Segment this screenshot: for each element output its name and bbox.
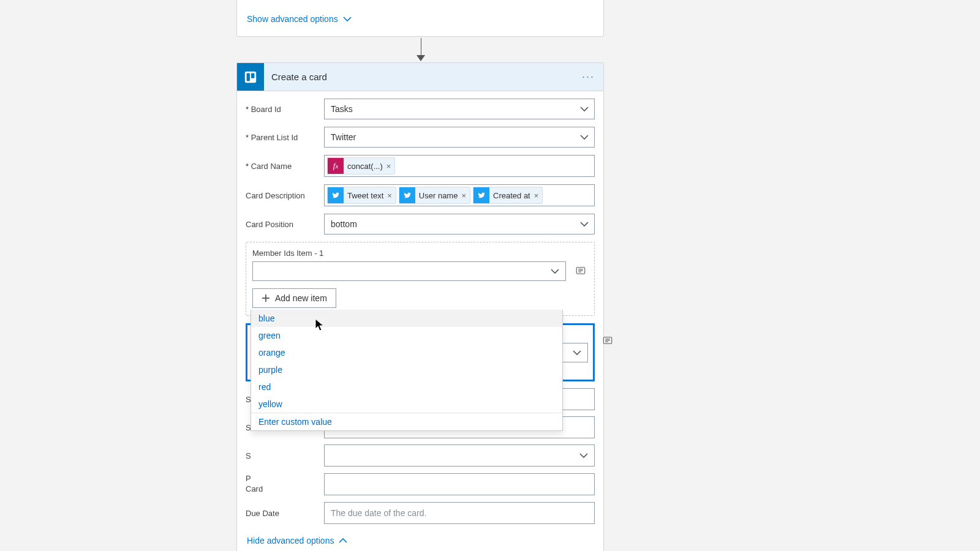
member-ids-group: Member Ids Item - 1 Add new item xyxy=(246,242,595,316)
parent-list-id-label: Parent List Id xyxy=(246,133,298,142)
chevron-down-icon xyxy=(579,451,588,460)
trello-icon xyxy=(237,63,264,91)
switch-to-array-icon[interactable] xyxy=(573,265,588,278)
remove-token-icon[interactable]: × xyxy=(386,162,391,171)
dropdown-option-blue[interactable]: blue xyxy=(251,310,562,327)
card-position-select[interactable]: bottom xyxy=(324,214,595,234)
parent-list-id-select[interactable]: Twitter xyxy=(324,127,595,148)
hidden-field-select[interactable] xyxy=(324,444,595,467)
expression-token-label: concat(...) xyxy=(347,162,383,171)
label-ids-dropdown: blue green orange purple red yellow Ente… xyxy=(251,310,563,431)
card-name-input[interactable]: fx concat(...) × xyxy=(324,155,595,177)
board-id-value: Tasks xyxy=(331,104,353,114)
hidden-field-label: S xyxy=(246,451,324,460)
card-description-input[interactable]: Tweet text × User name × Created at × xyxy=(324,184,595,206)
token-label: Tweet text xyxy=(347,191,383,200)
dropdown-option-custom[interactable]: Enter custom value xyxy=(251,413,562,430)
fx-icon: fx xyxy=(328,158,344,174)
dropdown-option-red[interactable]: red xyxy=(251,378,562,395)
chevron-down-icon xyxy=(551,266,559,276)
switch-to-array-icon[interactable] xyxy=(600,335,615,348)
due-date-input[interactable]: The due date of the card. xyxy=(324,502,595,524)
token-label: User name xyxy=(419,191,458,200)
tweet-text-token[interactable]: Tweet text × xyxy=(327,187,396,204)
board-id-label: Board Id xyxy=(246,105,281,114)
svg-rect-2 xyxy=(247,73,251,81)
show-advanced-options-link[interactable]: Show advanced options xyxy=(247,14,352,24)
remove-token-icon[interactable]: × xyxy=(534,191,539,200)
remove-token-icon[interactable]: × xyxy=(461,191,466,200)
dropdown-option-yellow[interactable]: yellow xyxy=(251,395,562,413)
dropdown-option-green[interactable]: green xyxy=(251,327,562,344)
card-description-label: Card Description xyxy=(246,191,305,200)
show-advanced-label: Show advanced options xyxy=(247,14,338,24)
add-new-item-button[interactable]: Add new item xyxy=(252,288,336,308)
created-at-token[interactable]: Created at × xyxy=(473,187,543,204)
member-ids-select[interactable] xyxy=(252,261,566,281)
create-card-action: Create a card ··· Board Id Tasks Parent … xyxy=(236,62,604,551)
board-id-select[interactable]: Tasks xyxy=(324,99,595,119)
action-menu-button[interactable]: ··· xyxy=(582,70,603,83)
member-ids-item-label: Member Ids Item - 1 xyxy=(252,249,588,258)
svg-rect-3 xyxy=(251,73,255,78)
action-title: Create a card xyxy=(264,72,327,82)
previous-card-input[interactable] xyxy=(324,473,595,495)
chevron-up-icon xyxy=(339,536,347,545)
svg-marker-0 xyxy=(417,55,425,61)
hide-advanced-options-link[interactable]: Hide advanced options xyxy=(247,536,347,545)
due-date-placeholder: The due date of the card. xyxy=(325,503,594,523)
card-name-label: Card Name xyxy=(246,162,292,171)
token-label: Created at xyxy=(493,191,530,200)
twitter-icon xyxy=(473,187,489,203)
twitter-icon xyxy=(328,187,344,203)
expression-token[interactable]: fx concat(...) × xyxy=(327,157,395,174)
card-position-label: Card Position xyxy=(246,220,293,229)
remove-token-icon[interactable]: × xyxy=(387,191,392,200)
chevron-down-icon xyxy=(343,14,352,24)
dropdown-option-orange[interactable]: orange xyxy=(251,344,562,361)
chevron-down-icon xyxy=(573,348,581,358)
user-name-token[interactable]: User name × xyxy=(399,187,470,204)
previous-card-label: P Card xyxy=(246,473,324,494)
action-header[interactable]: Create a card ··· xyxy=(237,63,603,91)
flow-connector-arrow xyxy=(418,38,423,61)
due-date-label: Due Date xyxy=(246,509,324,518)
dropdown-option-purple[interactable]: purple xyxy=(251,361,562,378)
hide-advanced-label: Hide advanced options xyxy=(247,536,334,545)
card-position-value: bottom xyxy=(331,219,357,229)
twitter-icon xyxy=(399,187,415,203)
parent-list-id-value: Twitter xyxy=(331,132,356,142)
previous-action-card: Show advanced options xyxy=(236,0,604,37)
add-new-item-label: Add new item xyxy=(275,293,327,303)
